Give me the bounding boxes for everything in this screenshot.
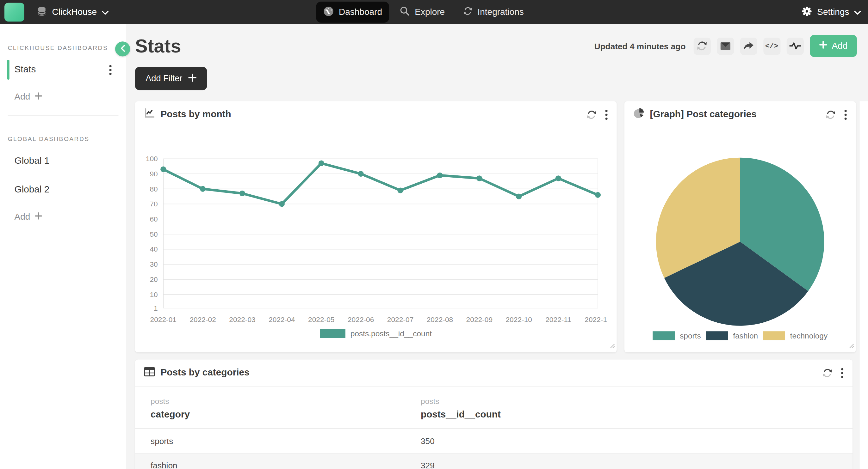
plus-icon — [819, 41, 827, 51]
svg-text:100: 100 — [146, 155, 158, 163]
svg-text:70: 70 — [150, 200, 158, 208]
chevron-down-icon — [102, 7, 108, 18]
chevron-down-icon — [854, 7, 861, 18]
card-refresh-button[interactable] — [825, 109, 836, 120]
column-header-category[interactable]: category — [151, 409, 421, 420]
sidebar-item-global-1[interactable]: Global 1 — [0, 151, 126, 171]
search-icon — [400, 6, 410, 18]
sidebar-divider — [8, 115, 119, 116]
svg-text:50: 50 — [150, 230, 158, 238]
card-refresh-button[interactable] — [586, 109, 597, 120]
sidebar-item-stats[interactable]: Stats — [0, 60, 126, 80]
svg-text:40: 40 — [150, 245, 158, 253]
settings-menu[interactable]: Settings — [802, 0, 861, 24]
cell-category: sports — [151, 436, 421, 446]
svg-text:2022-08: 2022-08 — [427, 315, 453, 324]
sidebar-item-label: Stats — [14, 64, 36, 75]
gauge-icon — [323, 6, 334, 18]
resize-handle-icon[interactable] — [610, 341, 615, 351]
column-group-label: posts — [421, 397, 852, 405]
plus-icon — [35, 212, 42, 222]
chart-legend: sports fashion technology — [624, 331, 856, 340]
legend-item-sports: sports — [653, 331, 701, 340]
primary-nav: Dashboard Explore Integrations — [316, 0, 531, 24]
card-title: [Graph] Post categories — [650, 109, 757, 120]
cell-category: fashion — [151, 461, 421, 469]
kebab-menu-icon[interactable] — [109, 65, 112, 78]
add-global-dashboard-button[interactable]: Add — [14, 212, 127, 222]
tab-explore[interactable]: Explore — [393, 2, 452, 23]
tab-integrations[interactable]: Integrations — [455, 2, 531, 23]
tab-dashboard[interactable]: Dashboard — [316, 2, 389, 23]
cell-count: 350 — [421, 436, 852, 446]
add-button-label: Add — [832, 41, 847, 51]
line-chart: 11020304050607080901002022-012022-022022… — [135, 153, 607, 326]
table-body: sports350fashion329 — [135, 428, 852, 469]
card-posts-by-month: Posts by month 1102030405060708090100202… — [135, 101, 617, 353]
sidebar-item-label: Global 1 — [14, 156, 50, 167]
activity-button[interactable] — [786, 37, 803, 54]
legend-swatch — [653, 331, 675, 340]
sidebar-collapse-button[interactable] — [115, 41, 130, 56]
gear-icon — [802, 6, 812, 18]
pie-chart — [654, 156, 827, 328]
card-kebab-menu[interactable] — [605, 109, 608, 120]
svg-text:2022-07: 2022-07 — [387, 315, 414, 324]
sync-icon — [462, 6, 473, 18]
add-filter-button[interactable]: Add Filter — [135, 67, 207, 90]
card-header: Posts by month — [135, 101, 617, 128]
svg-text:30: 30 — [150, 260, 158, 268]
share-button[interactable] — [740, 37, 757, 54]
plus-icon — [35, 92, 42, 102]
top-navbar: ClickHouse Dashboard Explore — [0, 0, 868, 24]
refresh-button[interactable] — [693, 37, 710, 54]
svg-text:80: 80 — [150, 185, 158, 193]
embed-code-button[interactable]: </> — [763, 37, 780, 54]
legend-item-technology: technology — [763, 331, 828, 340]
svg-text:2022-02: 2022-02 — [189, 315, 216, 324]
add-label: Add — [14, 92, 30, 102]
svg-text:2022-01: 2022-01 — [150, 315, 177, 324]
svg-text:90: 90 — [150, 170, 158, 178]
svg-text:2022-11: 2022-11 — [545, 315, 571, 324]
column-header-count[interactable]: posts__id__count — [421, 409, 852, 420]
legend-swatch — [320, 329, 345, 338]
card-kebab-menu[interactable] — [841, 368, 844, 378]
legend-label: sports — [680, 331, 701, 340]
tab-label: Dashboard — [339, 7, 382, 18]
email-button[interactable] — [716, 37, 734, 54]
workspace-switcher[interactable]: ClickHouse — [37, 0, 108, 24]
card-post-categories-graph: [Graph] Post categories sports — [624, 101, 856, 353]
add-tile-button[interactable]: Add — [809, 35, 857, 57]
add-label: Add — [14, 212, 30, 222]
plus-icon — [189, 73, 197, 84]
sidebar: CLICKHOUSE DASHBOARDS Stats Add GLOBAL D… — [0, 24, 126, 469]
svg-text:2022-10: 2022-10 — [505, 315, 532, 324]
chevron-left-icon — [120, 44, 126, 54]
card-kebab-menu[interactable] — [844, 109, 847, 120]
svg-text:2022-04: 2022-04 — [269, 315, 295, 324]
last-updated-text: Updated 4 minutes ago — [594, 41, 686, 51]
pie-chart-icon — [633, 108, 644, 121]
column-group-label: posts — [151, 397, 421, 405]
tab-label: Integrations — [477, 7, 524, 18]
card-refresh-button[interactable] — [822, 368, 833, 378]
table-row: fashion329 — [135, 453, 852, 469]
add-dashboard-button[interactable]: Add — [14, 92, 127, 102]
sidebar-item-global-2[interactable]: Global 2 — [0, 180, 126, 200]
scrollbar-track[interactable] — [860, 101, 868, 469]
main-content: Stats Updated 4 minutes ago </> — [126, 24, 868, 469]
svg-text:20: 20 — [150, 275, 158, 283]
page-title: Stats — [135, 35, 181, 57]
app-logo[interactable] — [4, 3, 24, 22]
resize-handle-icon[interactable] — [849, 341, 855, 351]
page-header: Stats Updated 4 minutes ago </> — [135, 33, 857, 59]
svg-text:2022-06: 2022-06 — [348, 315, 374, 324]
svg-text:10: 10 — [150, 291, 158, 299]
svg-text:2022-12: 2022-12 — [585, 315, 607, 324]
sidebar-item-label: Global 2 — [14, 184, 50, 195]
legend-item-fashion: fashion — [706, 331, 758, 340]
chart-legend: posts.posts__id__count — [135, 329, 617, 338]
svg-text:2022-05: 2022-05 — [308, 315, 335, 324]
card-posts-by-categories: Posts by categories posts category posts — [135, 360, 852, 469]
